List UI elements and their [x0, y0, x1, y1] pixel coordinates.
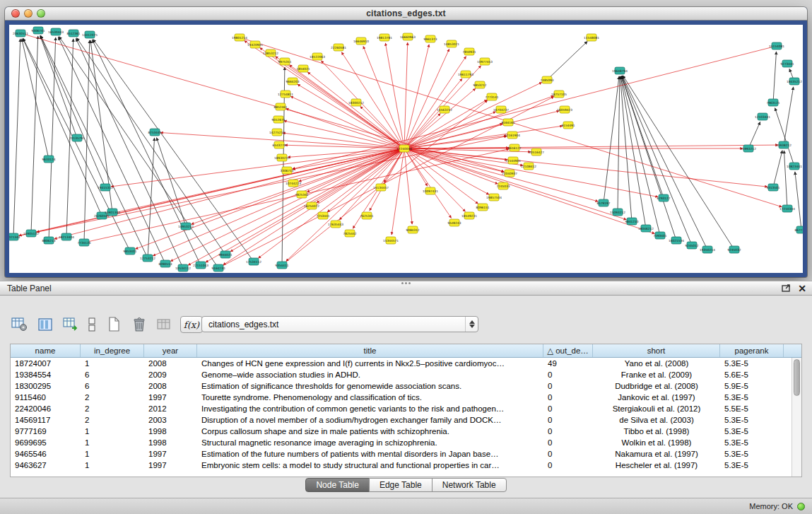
panel-splitter-handle[interactable]	[400, 282, 411, 286]
graph-node[interactable]: 16660963	[400, 33, 416, 40]
tab-edge-table[interactable]: Edge Table	[369, 478, 433, 492]
graph-node[interactable]: 6793127	[657, 194, 670, 201]
graph-node[interactable]: 7963121	[766, 99, 779, 106]
graph-node[interactable]: 9354411	[275, 262, 288, 269]
graph-node[interactable]: 18300212	[348, 99, 364, 106]
graph-node[interactable]: 19648794	[612, 67, 628, 74]
graph-node[interactable]: 9245032	[727, 246, 741, 253]
table-row[interactable]: 1872400712008Changes of HCN gene express…	[11, 358, 801, 369]
graph-node[interactable]: 17534112	[246, 258, 261, 265]
table-disabled-icon[interactable]	[155, 315, 174, 334]
graph-node[interactable]: 19801214	[232, 34, 247, 41]
close-panel-icon[interactable]: ✕	[798, 284, 806, 293]
graph-node[interactable]: 9084312	[406, 226, 419, 233]
graph-node[interactable]: 15344571	[383, 237, 399, 244]
window-titlebar[interactable]: citations_edges.txt	[5, 7, 807, 21]
table-row[interactable]: 969969511998Structural magnetic resonanc…	[11, 437, 801, 448]
graph-node[interactable]: 20630511	[13, 30, 28, 37]
graph-node[interactable]: 9154491	[561, 122, 575, 129]
rows-icon[interactable]	[86, 315, 98, 334]
function-builder-button[interactable]: f(x)	[180, 316, 203, 333]
graph-node[interactable]: 7485093	[540, 76, 553, 83]
graph-node[interactable]: 7625341	[360, 212, 373, 219]
graph-node[interactable]: 10516427	[529, 148, 544, 156]
close-window-button[interactable]	[11, 9, 20, 18]
graph-node[interactable]: 9021344	[9, 233, 20, 240]
table-row[interactable]: 1830029562008Estimation of significance …	[11, 380, 801, 392]
graph-node[interactable]: 8852461	[273, 103, 287, 110]
graph-node[interactable]: 7253441	[316, 212, 329, 219]
graph-node[interactable]: 10823441	[787, 163, 802, 170]
graph-node[interactable]: 7850931	[462, 48, 476, 55]
graph-node[interactable]: 15905132	[23, 230, 39, 237]
graph-node[interactable]: 19813781	[377, 34, 392, 41]
graph-node[interactable]: 9273441	[780, 60, 794, 67]
graph-node[interactable]: 9633124	[42, 156, 55, 163]
column-header-year[interactable]: year	[144, 344, 197, 357]
graph-node[interactable]: 18549231	[461, 212, 477, 219]
float-panel-icon[interactable]	[782, 284, 791, 292]
network-canvas[interactable]: 1724004618540219664203127548118852461901…	[9, 25, 803, 273]
graph-node[interactable]: 22260581	[331, 44, 346, 51]
graph-node[interactable]: 16059423	[557, 106, 572, 113]
table-selector-dropdown[interactable]: citations_edges.txt	[201, 316, 478, 332]
graph-node[interactable]: 16021534	[669, 237, 684, 244]
table-row[interactable]: 946362711997Embryonic stem cells: a mode…	[11, 460, 801, 471]
graph-node[interactable]: 8806213	[42, 237, 55, 244]
graph-node[interactable]: 15154081	[769, 42, 784, 49]
graph-node[interactable]: 8164161	[501, 119, 514, 126]
graph-node[interactable]: 9616127	[507, 144, 521, 151]
graph-node[interactable]: 9664203	[286, 78, 299, 85]
graph-node[interactable]: 8677341	[794, 226, 803, 233]
graph-node[interactable]: 19611793	[458, 71, 473, 78]
graph-node[interactable]: 16530443	[48, 28, 64, 35]
graph-node[interactable]: 10097431	[423, 187, 438, 194]
graph-node[interactable]: 7825341	[295, 191, 308, 198]
column-header-in_degree[interactable]: in_degree	[81, 344, 144, 357]
graph-node[interactable]: 9841210	[625, 218, 638, 225]
graph-node[interactable]: 16704237	[493, 106, 509, 113]
graph-node[interactable]: 3306713	[280, 167, 293, 174]
graph-node[interactable]: 22151043	[193, 262, 208, 269]
minimize-window-button[interactable]	[24, 9, 33, 18]
graph-node[interactable]: 15563212	[437, 106, 452, 113]
graph-node[interactable]: 16254072	[304, 202, 319, 209]
graph-node[interactable]: 7773141	[485, 93, 498, 100]
column-header-name[interactable]: name	[11, 344, 81, 357]
trash-icon[interactable]	[129, 315, 148, 334]
graph-node[interactable]: 9164230	[211, 264, 225, 271]
graph-node[interactable]: 10977453	[477, 58, 493, 65]
graph-node[interactable]: 8512361	[66, 30, 80, 37]
graph-node[interactable]: 8753441	[148, 129, 161, 136]
graph-node[interactable]: 7245033	[496, 182, 510, 189]
columns-icon[interactable]	[35, 315, 54, 334]
graph-node[interactable]: 14420941	[247, 41, 263, 48]
graph-node[interactable]: 18930212	[274, 154, 290, 161]
scrollbar-thumb[interactable]	[794, 359, 800, 396]
column-header-short[interactable]: short	[593, 344, 720, 357]
graph-node[interactable]: 6543270	[272, 141, 286, 148]
table-settings-icon[interactable]	[10, 315, 29, 334]
graph-node[interactable]: 19857504	[486, 194, 502, 201]
column-header-title[interactable]: title	[197, 344, 543, 357]
column-header-pagerank[interactable]: pagerank	[720, 344, 784, 357]
graph-node[interactable]: 9313501	[766, 184, 779, 191]
graph-node[interactable]: 12103441	[755, 113, 770, 120]
graph-node[interactable]: 19350214	[700, 246, 715, 253]
graph-node[interactable]: 9245012	[685, 242, 698, 249]
tab-node-table[interactable]: Node Table	[305, 478, 370, 492]
graph-node[interactable]: 18046212	[638, 225, 654, 232]
import-table-icon[interactable]	[61, 315, 80, 334]
graph-node[interactable]: 13853212	[263, 49, 278, 57]
table-row[interactable]: 2242004622012Investigating the contribut…	[11, 403, 801, 414]
graph-node[interactable]: 9306741	[31, 27, 45, 34]
graph-node[interactable]: 9975311	[278, 58, 291, 65]
graph-node[interactable]: 7734126	[77, 239, 90, 246]
graph-node[interactable]: 12108412	[521, 163, 536, 170]
graph-node[interactable]: 7825442	[343, 230, 356, 237]
graph-node[interactable]: 16646910	[353, 37, 369, 45]
graph-node[interactable]: 15938212	[776, 141, 792, 148]
new-file-icon[interactable]	[104, 315, 123, 334]
graph-node[interactable]: 14275212	[269, 129, 285, 136]
graph-node[interactable]: 11548081	[584, 34, 599, 41]
